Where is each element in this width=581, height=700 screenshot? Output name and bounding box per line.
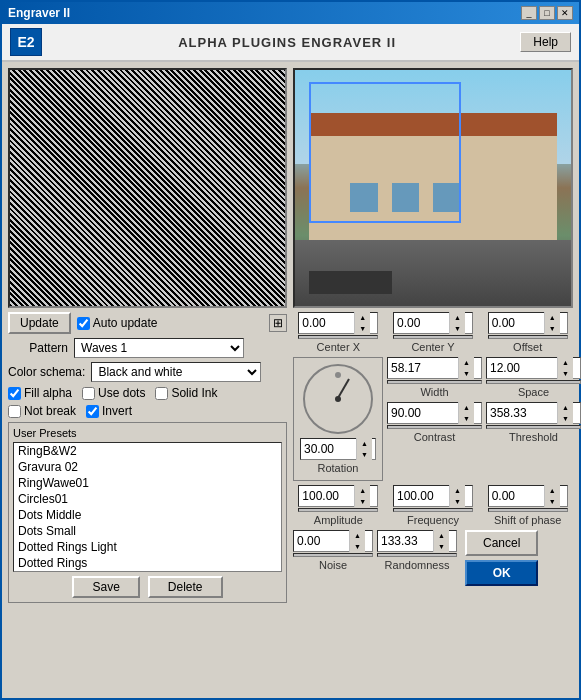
not-break-label[interactable]: Not break — [8, 404, 76, 418]
close-button[interactable]: ✕ — [557, 6, 573, 20]
randomness-input[interactable] — [378, 534, 433, 548]
center-x-spinner[interactable]: ▲ ▼ — [298, 312, 378, 334]
noise-spinner[interactable]: ▲ ▼ — [293, 530, 373, 552]
use-dots-checkbox[interactable] — [82, 387, 95, 400]
options-icon[interactable]: ⊞ — [269, 314, 287, 332]
space-down[interactable]: ▼ — [558, 368, 573, 379]
frequency-slider[interactable] — [393, 508, 473, 512]
contrast-spinner[interactable]: ▲ ▼ — [387, 402, 482, 424]
pattern-select[interactable]: Waves 1 Waves 2 Circles Dots — [74, 338, 244, 358]
list-item[interactable]: Dotted Rings Light — [14, 539, 281, 555]
noise-slider[interactable] — [293, 553, 373, 557]
fill-alpha-checkbox[interactable] — [8, 387, 21, 400]
offset-spinner[interactable]: ▲ ▼ — [488, 312, 568, 334]
shift-of-phase-up[interactable]: ▲ — [545, 485, 560, 496]
space-input[interactable] — [487, 361, 557, 375]
noise-up[interactable]: ▲ — [350, 530, 365, 541]
invert-checkbox[interactable] — [86, 405, 99, 418]
amplitude-up[interactable]: ▲ — [355, 485, 370, 496]
center-y-spinner[interactable]: ▲ ▼ — [393, 312, 473, 334]
color-schema-select[interactable]: Black and white Color Grayscale — [91, 362, 261, 382]
use-dots-label[interactable]: Use dots — [82, 386, 145, 400]
offset-up[interactable]: ▲ — [545, 312, 560, 323]
shift-of-phase-down[interactable]: ▼ — [545, 496, 560, 507]
frequency-down[interactable]: ▼ — [450, 496, 465, 507]
threshold-slider[interactable] — [486, 425, 581, 429]
list-item[interactable]: Dotted Rings — [14, 555, 281, 571]
frequency-up[interactable]: ▲ — [450, 485, 465, 496]
frequency-input[interactable] — [394, 489, 449, 503]
solid-ink-checkbox[interactable] — [155, 387, 168, 400]
rotation-down[interactable]: ▼ — [357, 449, 372, 460]
fill-alpha-label[interactable]: Fill alpha — [8, 386, 72, 400]
center-y-up[interactable]: ▲ — [450, 312, 465, 323]
list-item-selected[interactable]: Gravura Artistic — [14, 571, 281, 572]
contrast-slider[interactable] — [387, 425, 482, 429]
update-button[interactable]: Update — [8, 312, 71, 334]
center-x-input[interactable] — [299, 316, 354, 330]
contrast-up[interactable]: ▲ — [459, 402, 474, 413]
shift-of-phase-input[interactable] — [489, 489, 544, 503]
help-button[interactable]: Help — [520, 32, 571, 52]
center-y-down[interactable]: ▼ — [450, 323, 465, 334]
rotation-dial[interactable] — [303, 364, 373, 434]
center-y-input[interactable] — [394, 316, 449, 330]
randomness-slider[interactable] — [377, 553, 457, 557]
auto-update-checkbox[interactable] — [77, 317, 90, 330]
center-y-slider[interactable] — [393, 335, 473, 339]
width-up[interactable]: ▲ — [459, 357, 474, 368]
frequency-spinner[interactable]: ▲ ▼ — [393, 485, 473, 507]
ok-button[interactable]: OK — [465, 560, 538, 586]
center-x-slider[interactable] — [298, 335, 378, 339]
threshold-spinner[interactable]: ▲ ▼ — [486, 402, 581, 424]
delete-button[interactable]: Delete — [148, 576, 223, 598]
save-button[interactable]: Save — [72, 576, 139, 598]
offset-input[interactable] — [489, 316, 544, 330]
offset-down[interactable]: ▼ — [545, 323, 560, 334]
list-item[interactable]: Dots Middle — [14, 507, 281, 523]
offset-slider[interactable] — [488, 335, 568, 339]
width-spinner[interactable]: ▲ ▼ — [387, 357, 482, 379]
shift-of-phase-slider[interactable] — [488, 508, 568, 512]
rotation-spinner[interactable]: ▲ ▼ — [300, 438, 376, 460]
rotation-up[interactable]: ▲ — [357, 438, 372, 449]
noise-input[interactable] — [294, 534, 349, 548]
threshold-up[interactable]: ▲ — [558, 402, 573, 413]
contrast-input[interactable] — [388, 406, 458, 420]
space-up[interactable]: ▲ — [558, 357, 573, 368]
randomness-down[interactable]: ▼ — [434, 541, 449, 552]
invert-label[interactable]: Invert — [86, 404, 132, 418]
auto-update-label[interactable]: Auto update — [77, 316, 158, 330]
presets-list[interactable]: RingB&W2 Gravura 02 RingWawe01 Circles01… — [13, 442, 282, 572]
rotation-input[interactable] — [301, 442, 356, 456]
width-down[interactable]: ▼ — [459, 368, 474, 379]
amplitude-slider[interactable] — [298, 508, 378, 512]
not-break-checkbox[interactable] — [8, 405, 21, 418]
threshold-input[interactable] — [487, 406, 557, 420]
amplitude-input[interactable] — [299, 489, 354, 503]
maximize-button[interactable]: □ — [539, 6, 555, 20]
amplitude-spinner[interactable]: ▲ ▼ — [298, 485, 378, 507]
amplitude-down[interactable]: ▼ — [355, 496, 370, 507]
list-item[interactable]: Gravura 02 — [14, 459, 281, 475]
contrast-down[interactable]: ▼ — [459, 413, 474, 424]
width-slider[interactable] — [387, 380, 482, 384]
noise-down[interactable]: ▼ — [350, 541, 365, 552]
space-slider[interactable] — [486, 380, 581, 384]
cancel-button[interactable]: Cancel — [465, 530, 538, 556]
shift-of-phase-spinner[interactable]: ▲ ▼ — [488, 485, 568, 507]
solid-ink-label[interactable]: Solid Ink — [155, 386, 217, 400]
randomness-spinner[interactable]: ▲ ▼ — [377, 530, 457, 552]
list-item[interactable]: RingB&W2 — [14, 443, 281, 459]
minimize-button[interactable]: _ — [521, 6, 537, 20]
space-spinner[interactable]: ▲ ▼ — [486, 357, 581, 379]
list-item[interactable]: RingWawe01 — [14, 475, 281, 491]
title-bar-controls: _ □ ✕ — [521, 6, 573, 20]
center-x-up[interactable]: ▲ — [355, 312, 370, 323]
width-input[interactable] — [388, 361, 458, 375]
list-item[interactable]: Dots Small — [14, 523, 281, 539]
center-x-down[interactable]: ▼ — [355, 323, 370, 334]
threshold-down[interactable]: ▼ — [558, 413, 573, 424]
list-item[interactable]: Circles01 — [14, 491, 281, 507]
randomness-up[interactable]: ▲ — [434, 530, 449, 541]
